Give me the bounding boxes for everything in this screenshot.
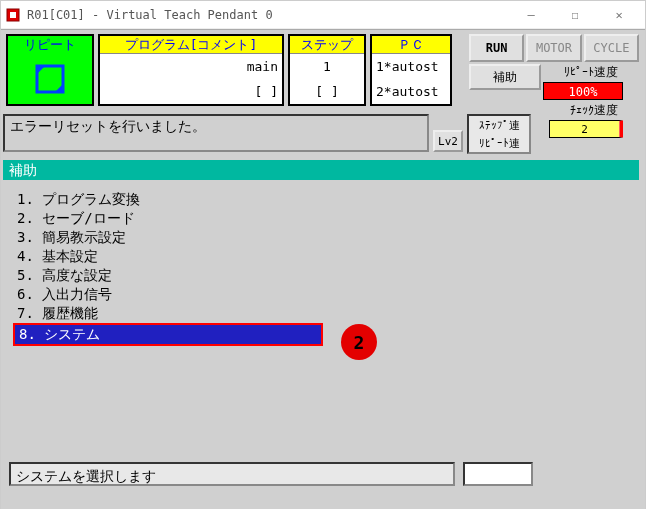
repeat-panel[interactable]: リピート [6, 34, 94, 106]
help-title-bar: 補助 [3, 160, 639, 180]
pc-panel: ＰＣ 1*autost 2*autost [370, 34, 452, 106]
close-button[interactable]: ✕ [597, 2, 641, 28]
menu-item-8[interactable]: 8. システム [13, 323, 323, 346]
step-link-2: ﾘﾋﾟｰﾄ連 [479, 136, 520, 151]
step-link-box[interactable]: ｽﾃｯﾌﾟ連 ﾘﾋﾟｰﾄ連 [467, 114, 531, 154]
message-box: エラーリセットを行いました。 [3, 114, 429, 152]
app-icon [5, 7, 21, 23]
step-line-1: 1 [323, 59, 331, 74]
program-header: プログラム[コメント] [100, 36, 282, 54]
minimize-button[interactable]: — [509, 2, 553, 28]
program-line-1: main [247, 59, 278, 74]
annotation-circle: 2 [341, 324, 377, 360]
status-input[interactable] [463, 462, 533, 486]
menu-item-7[interactable]: 7. 履歴機能 [13, 304, 323, 323]
step-panel: ステップ 1 [ ] [288, 34, 366, 106]
menu-item-6[interactable]: 6. 入出力信号 [13, 285, 323, 304]
menu-item-1[interactable]: 1. プログラム変換 [13, 190, 323, 209]
step-header: ステップ [290, 36, 364, 54]
level-button[interactable]: Lv2 [433, 130, 463, 152]
check-speed-value[interactable]: 2 [549, 120, 623, 138]
menu-item-3[interactable]: 3. 簡易教示設定 [13, 228, 323, 247]
repeat-icon [31, 54, 69, 104]
pc-line-1: 1*autost [376, 59, 439, 74]
menu-item-4[interactable]: 4. 基本設定 [13, 247, 323, 266]
status-message: システムを選択します [9, 462, 455, 486]
menu-item-5[interactable]: 5. 高度な設定 [13, 266, 323, 285]
cycle-button[interactable]: CYCLE [584, 34, 639, 62]
menu-list: 1. プログラム変換 2. セーブ/ロード 3. 簡易教示設定 4. 基本設定 … [13, 190, 323, 346]
pc-header: ＰＣ [372, 36, 450, 54]
repeat-label: リピート [24, 36, 76, 54]
pc-line-2: 2*autost [376, 84, 439, 99]
maximize-button[interactable]: ☐ [553, 2, 597, 28]
motor-button[interactable]: MOTOR [526, 34, 581, 62]
window-title: R01[C01] - Virtual Teach Pendant 0 [27, 8, 273, 22]
check-speed-label: ﾁｪｯｸ速度 [549, 102, 639, 119]
title-bar: R01[C01] - Virtual Teach Pendant 0 — ☐ ✕ [1, 1, 645, 29]
step-line-2: [ ] [315, 84, 338, 99]
repeat-speed-value: 100% [543, 82, 623, 100]
repeat-speed-label: ﾘﾋﾟｰﾄ速度 [543, 64, 639, 81]
step-link-1: ｽﾃｯﾌﾟ連 [479, 118, 520, 133]
run-button[interactable]: RUN [469, 34, 524, 62]
program-panel: プログラム[コメント] main [ ] [98, 34, 284, 106]
aux-button[interactable]: 補助 [469, 64, 541, 90]
svg-rect-1 [10, 12, 16, 18]
menu-item-2[interactable]: 2. セーブ/ロード [13, 209, 323, 228]
program-line-2: [ ] [255, 84, 278, 99]
